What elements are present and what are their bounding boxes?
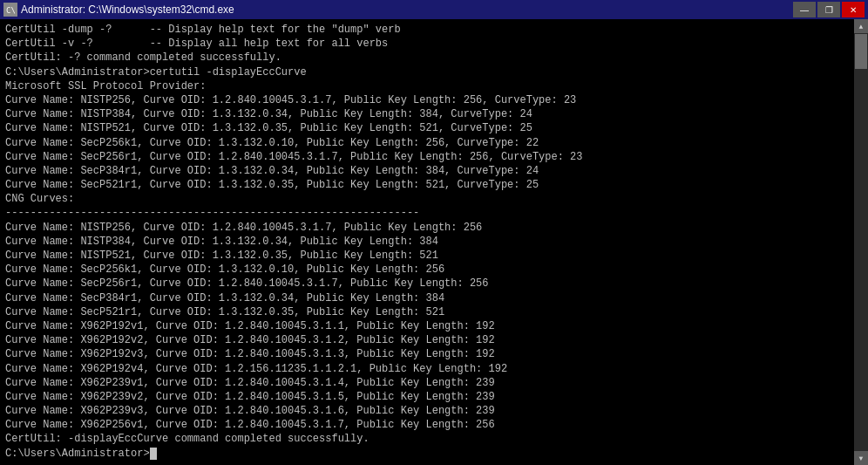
- cmd-line: Curve Name: NISTP384, Curve OID: 1.3.132…: [5, 107, 849, 121]
- cmd-line: CertUtil -v -? -- Display all help text …: [5, 37, 849, 51]
- cmd-line: Curve Name: NISTP256, Curve OID: 1.2.840…: [5, 93, 849, 107]
- cmd-line: CertUtil: -? command completed successfu…: [5, 51, 849, 65]
- minimize-button[interactable]: —: [793, 2, 816, 17]
- cmd-line: Curve Name: NISTP521, Curve OID: 1.3.132…: [5, 249, 849, 263]
- cmd-line: C:\Users\Administrator>: [5, 447, 849, 461]
- scroll-down-button[interactable]: ▼: [854, 451, 868, 465]
- cursor: [150, 448, 157, 460]
- cmd-line: Curve Name: NISTP384, Curve OID: 1.3.132…: [5, 235, 849, 249]
- cmd-line: ----------------------------------------…: [5, 206, 849, 220]
- cmd-line: Curve Name: X962P239v3, Curve OID: 1.2.8…: [5, 404, 849, 418]
- cmd-line: Curve Name: SecP256k1, Curve OID: 1.3.13…: [5, 136, 849, 150]
- cmd-output: CertUtil -dump -? -- Display help text f…: [0, 19, 854, 465]
- cmd-line: Curve Name: X962P192v4, Curve OID: 1.2.1…: [5, 362, 849, 376]
- cmd-line: CertUtil -dump -? -- Display help text f…: [5, 23, 849, 37]
- scroll-up-button[interactable]: ▲: [854, 19, 868, 33]
- cmd-line: Curve Name: SecP384r1, Curve OID: 1.3.13…: [5, 291, 849, 305]
- cmd-line: CertUtil: -displayEccCurve command compl…: [5, 432, 849, 446]
- cmd-line: Curve Name: SecP256k1, Curve OID: 1.3.13…: [5, 263, 849, 277]
- cmd-container: CertUtil -dump -? -- Display help text f…: [0, 19, 868, 465]
- svg-text:C\: C\: [6, 6, 16, 15]
- cmd-line: Curve Name: SecP521r1, Curve OID: 1.3.13…: [5, 305, 849, 319]
- cmd-line: Curve Name: SecP521r1, Curve OID: 1.3.13…: [5, 178, 849, 192]
- cmd-line: Curve Name: SecP256r1, Curve OID: 1.2.84…: [5, 150, 849, 164]
- cmd-line: Curve Name: SecP384r1, Curve OID: 1.3.13…: [5, 164, 849, 178]
- cmd-line: Curve Name: X962P239v1, Curve OID: 1.2.8…: [5, 376, 849, 390]
- cmd-line: Curve Name: X962P192v3, Curve OID: 1.2.8…: [5, 347, 849, 361]
- restore-button[interactable]: ❐: [817, 2, 840, 17]
- cmd-line: Curve Name: NISTP521, Curve OID: 1.3.132…: [5, 121, 849, 135]
- window-title: Administrator: C:\Windows\system32\cmd.e…: [21, 3, 234, 16]
- cmd-line: CNG Curves:: [5, 192, 849, 206]
- cmd-line: C:\Users\Administrator>certutil -display…: [5, 65, 849, 79]
- scrollbar-thumb[interactable]: [855, 34, 867, 69]
- cmd-line: Curve Name: X962P239v2, Curve OID: 1.2.8…: [5, 390, 849, 404]
- cmd-line: Curve Name: X962P192v2, Curve OID: 1.2.8…: [5, 333, 849, 347]
- window-controls: — ❐ ✕: [793, 2, 865, 17]
- scrollbar[interactable]: ▲ ▼: [854, 19, 868, 465]
- cmd-line: Curve Name: SecP256r1, Curve OID: 1.2.84…: [5, 277, 849, 291]
- cmd-icon: C\: [3, 3, 17, 17]
- close-button[interactable]: ✕: [842, 2, 865, 17]
- cmd-line: Curve Name: X962P256v1, Curve OID: 1.2.8…: [5, 418, 849, 432]
- scrollbar-track: [854, 33, 868, 451]
- cmd-line: Curve Name: NISTP256, Curve OID: 1.2.840…: [5, 221, 849, 235]
- title-bar: C\ Administrator: C:\Windows\system32\cm…: [0, 0, 868, 19]
- title-bar-left: C\ Administrator: C:\Windows\system32\cm…: [3, 3, 234, 17]
- cmd-line: Microsoft SSL Protocol Provider:: [5, 79, 849, 93]
- cmd-line: Curve Name: X962P192v1, Curve OID: 1.2.8…: [5, 319, 849, 333]
